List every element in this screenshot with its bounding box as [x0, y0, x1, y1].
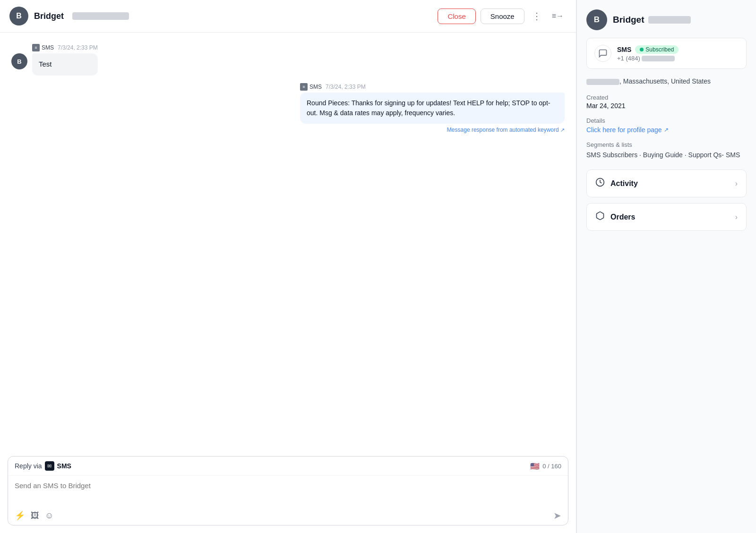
chevron-right-icon-orders: › — [735, 213, 738, 221]
sms-icon: ✉ — [45, 461, 54, 471]
left-panel: B Bridget Close Snooze B ≡ SMS 7/3/24, 2… — [0, 0, 576, 533]
sms-card-icon — [594, 45, 611, 62]
menu-icon-button[interactable] — [549, 10, 567, 22]
reply-footer: ⚡ 🖼 ☺ ➤ — [8, 506, 568, 525]
reply-via-label: Reply via — [15, 462, 42, 470]
char-count-value: 0 / 160 — [542, 463, 561, 470]
created-label: Created — [586, 94, 747, 101]
activity-card[interactable]: Activity › — [586, 169, 747, 197]
right-contact-info: Bridget — [613, 15, 691, 25]
external-link-icon: ↗ — [560, 127, 565, 133]
location-section: , Massachusetts, United States — [586, 76, 747, 86]
message-channel-out: ≡ SMS — [300, 83, 322, 91]
more-options-button[interactable] — [529, 8, 544, 24]
right-contact-name: Bridget — [613, 15, 644, 25]
sms-label: SMS — [617, 46, 631, 53]
right-panel-header: B Bridget — [586, 9, 747, 30]
top-bar-actions: Close Snooze — [438, 8, 567, 24]
top-bar: B Bridget Close Snooze — [0, 0, 576, 33]
flag-icon: 🇺🇸 — [530, 462, 540, 471]
sms-card: SMS Subscribed +1 (484) — [586, 38, 747, 69]
table-row: B ≡ SMS 7/3/24, 2:33 PM Test — [11, 44, 565, 76]
profile-link[interactable]: Click here for profile page ↗ — [586, 126, 747, 134]
activity-icon — [595, 178, 605, 189]
external-link-icon: ↗ — [664, 127, 669, 133]
orders-card[interactable]: Orders › — [586, 203, 747, 231]
message-time-out: 7/3/24, 2:33 PM — [326, 84, 366, 90]
contact-name: Bridget — [34, 11, 64, 21]
location-text: , Massachusetts, United States — [586, 77, 711, 85]
image-attach-button[interactable]: 🖼 — [31, 511, 39, 521]
sms-card-top: SMS Subscribed — [617, 45, 739, 54]
table-row: ≡ SMS 7/3/24, 2:33 PM Round Pieces: Than… — [300, 83, 565, 133]
orders-label: Orders — [610, 213, 730, 221]
segments-label: Segments & lists — [586, 141, 747, 148]
segments-section: Segments & lists SMS Subscribers · Buyin… — [586, 141, 747, 160]
segments-value: SMS Subscribers · Buying Guide · Support… — [586, 150, 747, 160]
details-section: Details Click here for profile page ↗ — [586, 117, 747, 134]
send-button[interactable]: ➤ — [553, 510, 561, 521]
message-bubble-wrapper: ≡ SMS 7/3/24, 2:33 PM Test — [32, 44, 98, 76]
reply-header: Reply via ✉ SMS 🇺🇸 0 / 160 — [8, 457, 568, 476]
message-bubble-incoming: Test — [32, 53, 98, 76]
message-bubble-outgoing: Round Pieces: Thanks for signing up for … — [300, 93, 565, 124]
right-contact-name-redacted — [648, 16, 691, 24]
reply-channel-label: SMS — [57, 462, 71, 470]
city-redacted — [586, 79, 619, 85]
message-meta: ≡ SMS 7/3/24, 2:33 PM — [32, 44, 98, 51]
automated-keyword-link[interactable]: Message response from automated keyword … — [300, 127, 565, 133]
right-avatar: B — [586, 9, 607, 30]
char-count: 🇺🇸 0 / 160 — [530, 462, 561, 471]
sms-channel-icon-out: ≡ — [300, 83, 308, 91]
message-channel: ≡ SMS — [32, 44, 54, 51]
chevron-right-icon: › — [735, 179, 738, 188]
emoji-button[interactable]: ☺ — [45, 511, 53, 521]
snooze-button[interactable]: Snooze — [481, 8, 524, 24]
quick-reply-button[interactable]: ⚡ — [15, 510, 25, 521]
message-avatar: B — [11, 53, 27, 69]
contact-name-redacted — [72, 12, 129, 20]
contact-avatar: B — [9, 7, 28, 25]
subscribed-badge: Subscribed — [635, 45, 679, 54]
details-label: Details — [586, 117, 747, 124]
sms-card-content: SMS Subscribed +1 (484) — [617, 45, 739, 62]
sms-channel-icon: ≡ — [32, 44, 40, 51]
reply-textarea[interactable] — [8, 476, 568, 504]
orders-icon — [595, 211, 605, 223]
message-meta-out: ≡ SMS 7/3/24, 2:33 PM — [300, 83, 565, 91]
subscribed-dot — [640, 48, 644, 51]
created-section: Created Mar 24, 2021 — [586, 94, 747, 110]
sms-phone: +1 (484) — [617, 55, 739, 62]
message-bubble-wrapper-out: ≡ SMS 7/3/24, 2:33 PM Round Pieces: Than… — [300, 83, 565, 133]
close-button[interactable]: Close — [438, 8, 475, 24]
phone-redacted — [642, 56, 675, 61]
reply-box: Reply via ✉ SMS 🇺🇸 0 / 160 ⚡ 🖼 ☺ ➤ — [8, 456, 568, 525]
reply-via: Reply via ✉ SMS — [15, 461, 71, 471]
message-time: 7/3/24, 2:33 PM — [58, 44, 98, 51]
messages-area: B ≡ SMS 7/3/24, 2:33 PM Test ≡ SMS — [0, 33, 576, 448]
activity-label: Activity — [610, 179, 730, 188]
created-value: Mar 24, 2021 — [586, 102, 747, 110]
right-panel: B Bridget SMS Subscribed +1 (484) — [576, 0, 756, 533]
